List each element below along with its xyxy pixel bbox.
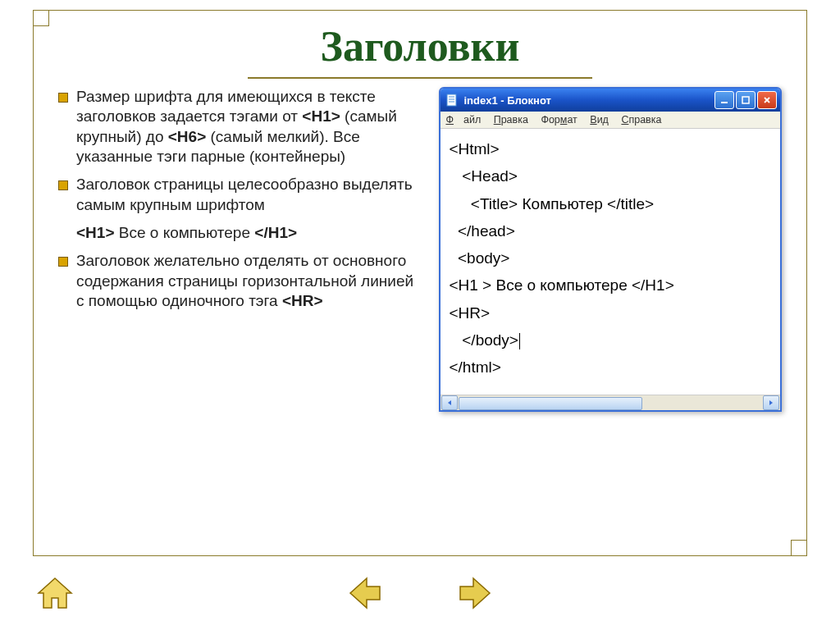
tag-hr: <HR> bbox=[282, 292, 323, 309]
tag-h6: <H6> bbox=[168, 128, 206, 145]
titlebar[interactable]: index1 - Блокнот bbox=[441, 89, 780, 112]
maximize-button[interactable] bbox=[736, 91, 756, 109]
menu-edit[interactable]: Правка bbox=[494, 114, 528, 126]
code-line: <Html> bbox=[449, 140, 499, 158]
svg-rect-5 bbox=[742, 97, 749, 103]
text-cursor bbox=[519, 333, 520, 349]
window-title: index1 - Блокнот bbox=[463, 94, 714, 107]
bullet-item: Заголовок желательно отделять от основно… bbox=[58, 251, 418, 311]
horizontal-scrollbar[interactable] bbox=[441, 395, 780, 410]
content-area: Размер шрифта для имеющихся в тексте заг… bbox=[34, 87, 806, 412]
tag-close: </H1> bbox=[254, 224, 297, 241]
code-line: </html> bbox=[449, 358, 500, 376]
bullet-text: Заголовок желательно отделять от основно… bbox=[76, 252, 413, 309]
close-button[interactable] bbox=[757, 91, 777, 109]
nav-buttons bbox=[0, 571, 840, 615]
scroll-right-button[interactable] bbox=[763, 395, 779, 410]
minimize-button[interactable] bbox=[714, 91, 734, 109]
code-line: <Title> Компьютер </title> bbox=[449, 195, 654, 212]
svg-rect-4 bbox=[721, 102, 728, 103]
corner-decoration bbox=[791, 540, 807, 556]
code-line: <Head> bbox=[449, 167, 517, 185]
slide-frame: Заголовки Размер шрифта для имеющихся в … bbox=[33, 10, 807, 556]
menubar: Файл Правка Формат Вид Справка bbox=[441, 112, 780, 129]
maximize-icon bbox=[742, 96, 750, 104]
code-line: </head> bbox=[449, 222, 514, 240]
tag-open: <H1> bbox=[76, 224, 114, 241]
tag-h1: <H1> bbox=[302, 107, 340, 125]
notepad-icon bbox=[445, 94, 459, 107]
bullet-list: Размер шрифта для имеющихся в тексте заг… bbox=[58, 87, 418, 412]
chevron-right-icon bbox=[768, 399, 774, 406]
prev-button[interactable] bbox=[343, 571, 387, 615]
close-icon bbox=[763, 96, 771, 104]
title-underline bbox=[248, 77, 592, 79]
example-line: <H1> Все о компьютере </H1> bbox=[58, 223, 418, 243]
svg-marker-8 bbox=[448, 400, 451, 405]
chevron-left-icon bbox=[446, 399, 453, 406]
svg-marker-9 bbox=[769, 400, 773, 405]
code-line: <HR> bbox=[449, 304, 490, 322]
svg-rect-0 bbox=[447, 94, 456, 106]
svg-marker-12 bbox=[460, 578, 490, 608]
code-line: <H1 > Все о компьютере </H1> bbox=[449, 276, 673, 294]
menu-format[interactable]: Формат bbox=[541, 114, 577, 126]
bullet-icon bbox=[58, 180, 68, 190]
editor-body[interactable]: <Html> <Head> <Title> Компьютер </title>… bbox=[441, 129, 780, 395]
bullet-text: Заголовок страницы целесообразно выделят… bbox=[76, 176, 413, 212]
next-button[interactable] bbox=[453, 571, 497, 615]
code-line: </body> bbox=[449, 331, 518, 349]
prev-icon bbox=[345, 573, 385, 613]
svg-marker-11 bbox=[350, 578, 380, 608]
corner-decoration bbox=[33, 10, 49, 26]
bullet-icon bbox=[58, 257, 68, 267]
menu-help[interactable]: Справка bbox=[621, 114, 661, 126]
next-icon bbox=[455, 573, 495, 613]
bullet-icon bbox=[58, 93, 68, 103]
scrollbar-track[interactable] bbox=[459, 396, 762, 409]
scrollbar-thumb[interactable] bbox=[459, 397, 642, 410]
code-line: <body> bbox=[449, 249, 509, 267]
example-text: Все о компьютере bbox=[114, 224, 254, 241]
slide-title: Заголовки bbox=[34, 22, 806, 71]
menu-view[interactable]: Вид bbox=[590, 114, 609, 126]
bullet-item: Размер шрифта для имеющихся в тексте заг… bbox=[58, 87, 418, 167]
bullet-item: Заголовок страницы целесообразно выделят… bbox=[58, 175, 418, 215]
notepad-window: index1 - Блокнот Файл bbox=[439, 87, 782, 412]
minimize-icon bbox=[720, 96, 728, 104]
menu-file[interactable]: Файл bbox=[445, 114, 481, 126]
scroll-left-button[interactable] bbox=[441, 395, 458, 410]
